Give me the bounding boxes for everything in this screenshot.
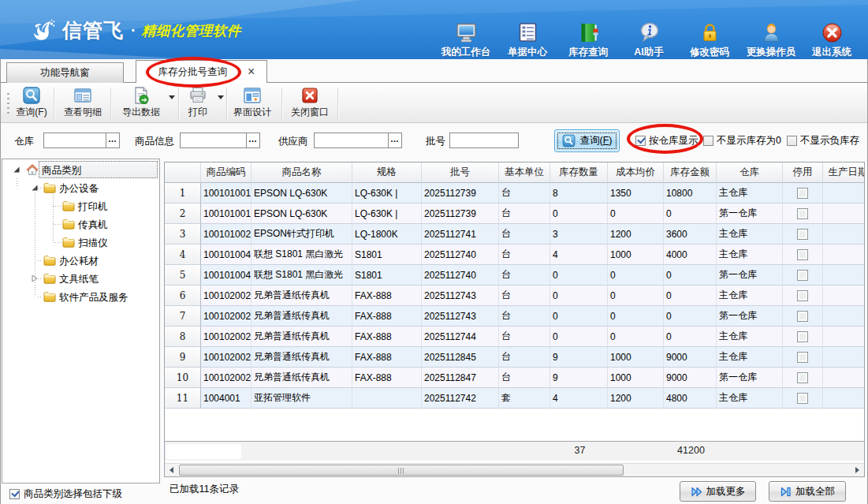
filter-input-2[interactable] <box>181 133 246 147</box>
grid-column-header-9[interactable]: 库存金额 <box>664 162 717 183</box>
topnav-item-3[interactable]: 库存查询 <box>557 21 619 59</box>
horizontal-scrollbar[interactable] <box>165 463 864 476</box>
stopped-checkbox[interactable] <box>797 372 808 383</box>
tree-item-1[interactable]: 商品类别 <box>2 161 159 179</box>
cell-unit: 套 <box>499 388 550 409</box>
grid-column-header-10[interactable]: 仓库 <box>717 162 783 183</box>
grid-column-header-1[interactable] <box>165 162 201 183</box>
stopped-checkbox[interactable] <box>797 290 808 301</box>
grid-row-10[interactable]: 10100102002兄弟普通纸传真机FAX-8882025112847台910… <box>165 368 864 388</box>
grid-row-3[interactable]: 3100101002EPSON针式打印机LQ-1800K2025112741台3… <box>165 224 864 245</box>
stopped-checkbox-cell[interactable] <box>783 245 823 265</box>
stopped-checkbox[interactable] <box>797 188 808 199</box>
toolbar-button-1[interactable]: 查询(F) <box>11 86 52 121</box>
toolbar-button-3[interactable]: 导出数据 <box>115 86 167 121</box>
filter-input-1[interactable] <box>44 133 106 147</box>
topnav-item-1[interactable]: 我的工作台 <box>435 21 497 59</box>
stopped-checkbox[interactable] <box>797 331 808 342</box>
topnav-item-7[interactable]: 退出系统 <box>801 21 862 59</box>
lookup-ellipsis-button[interactable]: … <box>106 133 119 147</box>
topnav-label: 库存查询 <box>568 46 608 59</box>
cell-batch: 2025112845 <box>422 347 499 368</box>
grid-row-5[interactable]: 5100101004联想 S1801 黑白激光S18012025112740台0… <box>165 265 864 286</box>
stopped-checkbox[interactable] <box>797 393 808 404</box>
scrollbar-thumb[interactable] <box>179 465 624 476</box>
topnav-item-6[interactable]: 更换操作员 <box>740 21 802 59</box>
toolbar-button-5[interactable]: 界面设计 <box>229 86 276 121</box>
lookup-ellipsis-button[interactable]: … <box>388 133 401 147</box>
filter-checkbox-3[interactable]: 不显示负库存 <box>787 134 859 147</box>
stopped-checkbox[interactable] <box>797 249 808 260</box>
grid-row-8[interactable]: 8100102002兄弟普通纸传真机FAX-8882025112744台000主… <box>165 327 864 347</box>
toolbar-button-4[interactable]: 打印 <box>181 86 215 121</box>
grid-column-header-5[interactable]: 批号 <box>422 162 499 183</box>
stopped-checkbox-cell[interactable] <box>783 347 823 368</box>
topnav-item-5[interactable]: 修改密码 <box>679 21 740 59</box>
grid-row-4[interactable]: 4100101004联想 S1801 黑白激光S18012025112740台4… <box>165 245 864 265</box>
stopped-checkbox[interactable] <box>797 208 808 219</box>
stopped-checkbox-cell[interactable] <box>783 286 823 306</box>
grid-row-11[interactable]: 111004001亚拓管理软件2025112742套412004800主仓库 <box>165 388 864 409</box>
expander-open-icon[interactable] <box>13 166 20 174</box>
checkbox-unchecked[interactable] <box>787 136 797 146</box>
stopped-checkbox-cell[interactable] <box>783 388 823 409</box>
grid-row-7[interactable]: 7100102002兄弟普通纸传真机FAX-8882025112743台000第… <box>165 306 864 327</box>
grid-column-header-11[interactable]: 停用 <box>783 162 823 183</box>
grid-column-header-4[interactable]: 规格 <box>352 162 422 183</box>
query-button[interactable]: 查询(F) <box>554 129 620 152</box>
stopped-checkbox[interactable] <box>797 229 808 240</box>
stopped-checkbox[interactable] <box>797 270 808 281</box>
filter-input-3[interactable] <box>315 133 388 147</box>
filter-checkbox-2[interactable]: 不显示库存为0 <box>703 134 781 147</box>
load-all-button[interactable]: 加载全部 <box>769 481 846 502</box>
scroll-left-arrow[interactable] <box>165 464 178 476</box>
tree-item-4[interactable]: 传真机 <box>2 215 159 233</box>
filter-input-4[interactable] <box>450 133 518 147</box>
tab-active[interactable]: 库存分批号查询× <box>136 60 267 83</box>
checkbox-unchecked[interactable] <box>703 136 713 146</box>
load-more-button[interactable]: 加载更多 <box>680 481 756 502</box>
tree-item-3[interactable]: 打印机 <box>2 197 159 215</box>
grid-row-1[interactable]: 1100101001EPSON LQ-630KLQ-630K |20251127… <box>165 183 864 203</box>
stopped-checkbox-cell[interactable] <box>783 183 823 203</box>
filter-checkbox-1[interactable]: 按仓库显示 <box>635 134 698 147</box>
grid-column-header-12[interactable]: 生产日期 <box>823 162 865 183</box>
grid-row-9[interactable]: 9100102002兄弟普通纸传真机FAX-8882025112845台9100… <box>165 347 864 368</box>
dropdown-arrow-icon[interactable] <box>218 95 224 99</box>
stopped-checkbox-cell[interactable] <box>783 306 823 327</box>
tree-item-6[interactable]: 办公耗材 <box>2 252 159 270</box>
grid-column-header-8[interactable]: 成本均价 <box>608 162 664 183</box>
tab-1[interactable]: 功能导航窗 <box>6 62 124 83</box>
grid-column-header-3[interactable]: 商品名称 <box>251 162 352 183</box>
scroll-right-arrow[interactable] <box>851 464 864 476</box>
stopped-checkbox-cell[interactable] <box>783 368 823 388</box>
tree-item-7[interactable]: 文具纸笔 <box>2 270 159 288</box>
dropdown-arrow-icon[interactable] <box>169 95 175 99</box>
toolbar-button-2[interactable]: 查看明细 <box>58 86 107 121</box>
include-sub-category-checkbox[interactable] <box>9 489 20 499</box>
topnav-item-2[interactable]: 单据中心 <box>497 21 558 59</box>
lookup-ellipsis-button[interactable]: … <box>246 133 259 147</box>
stopped-checkbox-cell[interactable] <box>783 265 823 286</box>
tree-item-5[interactable]: 扫描仪 <box>2 233 159 252</box>
grid-column-header-2[interactable]: 商品编码 <box>201 162 251 183</box>
tab-close-icon[interactable]: × <box>248 65 255 78</box>
grid-column-header-6[interactable]: 基本单位 <box>499 162 550 183</box>
checkbox-checked[interactable] <box>635 136 646 146</box>
grid-column-header-7[interactable]: 库存数量 <box>550 162 608 183</box>
tree-item-2[interactable]: 办公设备 <box>2 179 159 197</box>
tree-footer[interactable]: 商品类别选择包括下级 <box>2 483 160 504</box>
grid-row-6[interactable]: 6100102002兄弟普通纸传真机FAX-8882025112743台000主… <box>165 286 864 306</box>
topnav-item-4[interactable]: AI助手 <box>618 21 680 59</box>
toolbar-separator <box>54 88 54 119</box>
grid-row-2[interactable]: 2100101001EPSON LQ-630KLQ-630K |20251127… <box>165 203 864 224</box>
toolbar-grip[interactable] <box>7 93 9 114</box>
stopped-checkbox-cell[interactable] <box>783 224 823 245</box>
summary-left-pill <box>166 444 241 459</box>
stopped-checkbox-cell[interactable] <box>783 327 823 347</box>
stopped-checkbox[interactable] <box>797 352 808 363</box>
stopped-checkbox[interactable] <box>797 311 808 322</box>
stopped-checkbox-cell[interactable] <box>783 203 823 224</box>
tree-item-8[interactable]: 软件产品及服务 <box>2 288 159 306</box>
toolbar-button-6[interactable]: 关闭窗口 <box>285 86 334 121</box>
